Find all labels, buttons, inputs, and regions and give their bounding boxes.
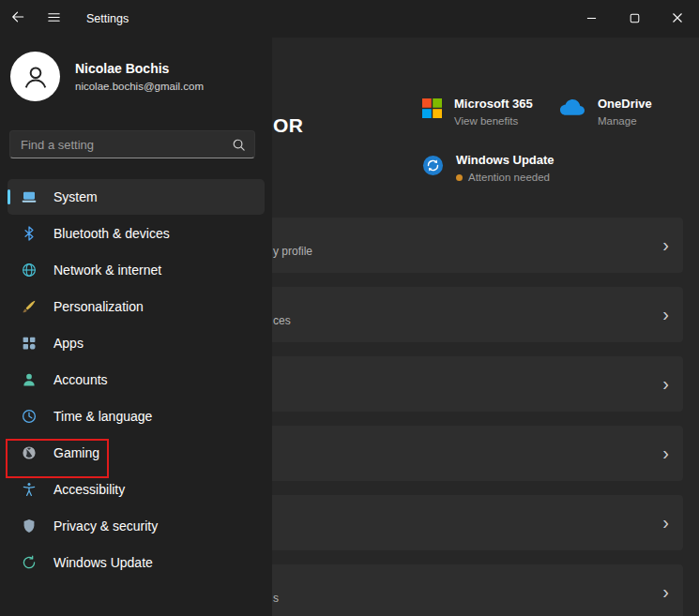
accounts-icon	[21, 371, 38, 388]
bluetooth-icon	[21, 225, 38, 242]
settings-row-list: y profile › ces › › › › s ›	[272, 218, 683, 616]
close-icon	[672, 10, 683, 27]
settings-row-5[interactable]: ›	[272, 495, 683, 550]
network-icon	[21, 262, 38, 278]
settings-row-4[interactable]: ›	[272, 426, 683, 481]
sidebar-item-label: Accessibility	[53, 482, 125, 497]
windows-update-card[interactable]: Windows Update Attention needed	[422, 153, 555, 183]
close-button[interactable]	[656, 0, 699, 38]
sidebar-item-personalization[interactable]: Personalization	[8, 289, 265, 324]
row-subtitle-fragment: ces	[273, 314, 291, 327]
user-profile[interactable]: Nicolae Bochis nicolae.bochis@gmail.com	[10, 52, 204, 101]
sidebar-item-gaming[interactable]: Gaming	[8, 435, 265, 471]
titlebar: Settings	[0, 0, 699, 38]
row-subtitle-fragment: s	[273, 592, 279, 605]
onedrive-card[interactable]: OneDrive Manage	[559, 97, 652, 127]
sidebar-item-label: Windows Update	[53, 555, 153, 570]
apps-icon	[21, 335, 38, 352]
settings-row-1[interactable]: y profile ›	[272, 218, 683, 273]
sidebar-item-label: Time & language	[53, 409, 152, 424]
user-email: nicolae.bochis@gmail.com	[75, 81, 204, 92]
row-subtitle-fragment: y profile	[273, 245, 312, 258]
onedrive-cloud-icon	[559, 98, 585, 120]
maximize-icon	[630, 10, 640, 27]
search-input[interactable]	[10, 131, 254, 158]
window-title: Settings	[86, 0, 129, 38]
sidebar-item-label: Bluetooth & devices	[53, 226, 170, 241]
chevron-right-icon: ›	[662, 513, 669, 532]
microsoft-365-icon	[422, 98, 442, 122]
microsoft-365-title: Microsoft 365	[454, 97, 533, 111]
navigation-menu-button[interactable]	[36, 0, 71, 38]
minimize-button[interactable]	[570, 0, 613, 38]
sidebar-item-accounts[interactable]: Accounts	[8, 362, 265, 398]
windows-update-status-icon	[422, 155, 444, 180]
back-button[interactable]	[0, 0, 36, 38]
sidebar-item-privacy-security[interactable]: Privacy & security	[8, 508, 265, 544]
sidebar: Nicolae Bochis nicolae.bochis@gmail.com …	[0, 38, 272, 616]
sidebar-item-label: Accounts	[53, 372, 108, 387]
main-content: OR Microsoft 365 View benefits OneDrive …	[272, 38, 699, 616]
sidebar-item-bluetooth-devices[interactable]: Bluetooth & devices	[8, 216, 265, 251]
settings-row-3[interactable]: ›	[272, 356, 683, 412]
chevron-right-icon: ›	[662, 582, 669, 601]
sidebar-item-label: Network & internet	[53, 263, 161, 278]
sidebar-item-apps[interactable]: Apps	[8, 325, 265, 361]
chevron-right-icon: ›	[662, 443, 669, 462]
sidebar-item-label: System	[53, 189, 98, 204]
selected-indicator	[8, 189, 10, 204]
sidebar-item-label: Personalization	[53, 299, 144, 314]
chevron-right-icon: ›	[662, 374, 669, 393]
attention-text: Attention needed	[468, 172, 550, 183]
sidebar-item-label: Gaming	[53, 445, 99, 460]
attention-dot-icon	[456, 174, 463, 181]
device-name-heading-fragment: OR	[273, 114, 304, 137]
sidebar-item-label: Apps	[53, 336, 84, 351]
sidebar-item-system[interactable]: System	[8, 179, 265, 215]
hamburger-icon	[47, 10, 61, 28]
sidebar-item-accessibility[interactable]: Accessibility	[8, 472, 265, 507]
windows-update-title: Windows Update	[456, 153, 555, 167]
settings-row-6[interactable]: s ›	[272, 564, 683, 616]
time-language-icon	[21, 408, 38, 425]
settings-row-2[interactable]: ces ›	[272, 287, 683, 342]
onedrive-title: OneDrive	[598, 97, 652, 111]
manage-link[interactable]: Manage	[598, 115, 652, 127]
privacy-security-icon	[21, 518, 38, 534]
personalization-icon	[21, 298, 38, 315]
sidebar-item-label: Privacy & security	[53, 518, 158, 533]
search-icon	[232, 138, 246, 156]
windows-update-icon	[21, 554, 38, 571]
update-status: Attention needed	[456, 172, 555, 183]
chevron-right-icon: ›	[662, 235, 669, 254]
gaming-icon	[21, 444, 38, 461]
avatar	[10, 52, 60, 101]
window-controls	[570, 0, 699, 38]
microsoft-365-card[interactable]: Microsoft 365 View benefits	[422, 97, 533, 127]
sidebar-item-time-language[interactable]: Time & language	[8, 398, 265, 434]
accessibility-icon	[21, 481, 38, 498]
sidebar-item-network-internet[interactable]: Network & internet	[8, 252, 265, 288]
view-benefits-link[interactable]: View benefits	[454, 115, 533, 127]
system-icon	[21, 188, 38, 205]
user-name: Nicolae Bochis	[75, 61, 204, 76]
sidebar-nav: System Bluetooth & devices Network & int…	[0, 178, 272, 581]
maximize-button[interactable]	[613, 0, 656, 38]
back-arrow-icon	[11, 10, 24, 27]
search-box	[9, 130, 255, 158]
chevron-right-icon: ›	[662, 305, 669, 323]
minimize-icon	[586, 10, 597, 27]
sidebar-item-windows-update[interactable]: Windows Update	[8, 545, 265, 580]
